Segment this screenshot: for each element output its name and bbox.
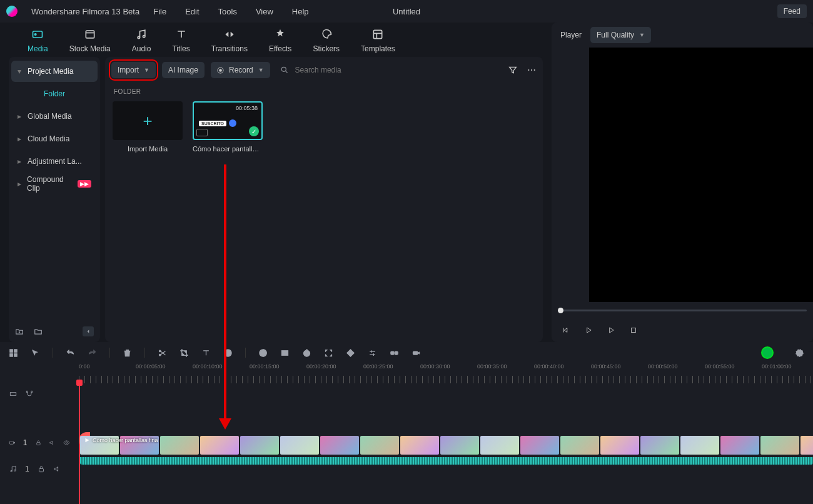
ai-image-button[interactable]: AI Image xyxy=(162,62,205,78)
delete-icon[interactable] xyxy=(123,348,132,358)
tab-stock-label: Stock Media xyxy=(69,44,111,53)
crop-icon[interactable] xyxy=(179,348,189,358)
svg-rect-15 xyxy=(10,353,13,356)
svg-point-7 xyxy=(219,69,222,72)
sidebar-item-global-media[interactable]: ▸ Global Media xyxy=(11,106,98,127)
search-input[interactable] xyxy=(294,65,502,75)
seek-knob[interactable] xyxy=(558,308,563,313)
sidebar-item-label: Adjustment La... xyxy=(28,157,82,166)
folder-icon[interactable] xyxy=(34,327,43,336)
sidebar-item-adjustment-layer[interactable]: ▸ Adjustment La... xyxy=(11,151,98,172)
user-avatar[interactable] xyxy=(761,346,774,359)
lock-icon[interactable] xyxy=(35,438,42,447)
sidebar-item-label: Global Media xyxy=(28,112,72,121)
menu-help[interactable]: Help xyxy=(292,7,309,16)
timeline-ruler[interactable]: 0:0000:00:05:0000:00:10:0000:00:15:0000:… xyxy=(79,363,813,383)
grid-snap-icon[interactable] xyxy=(9,348,18,358)
svg-point-31 xyxy=(11,470,12,471)
undo-icon[interactable] xyxy=(66,348,75,358)
menu-file[interactable]: File xyxy=(153,7,166,16)
filter-icon[interactable] xyxy=(508,65,518,75)
video-track-header[interactable]: 1 xyxy=(0,430,79,456)
chevron-down-icon: ▼ xyxy=(144,67,149,73)
stickers-icon xyxy=(320,28,333,41)
sidebar-item-label: Compound Clip xyxy=(27,175,73,193)
next-frame-icon[interactable] xyxy=(607,326,615,335)
tag-icon[interactable] xyxy=(346,348,355,358)
text-icon[interactable] xyxy=(201,348,211,358)
module-tabs: Media Stock Media Audio Titles Transitio… xyxy=(9,23,543,57)
sidebar-item-cloud-media[interactable]: ▸ Cloud Media xyxy=(11,128,98,149)
sidebar-project-media[interactable]: ▾ Project Media xyxy=(11,61,98,82)
svg-rect-5 xyxy=(374,30,382,38)
quality-dropdown[interactable]: Full Quality ▼ xyxy=(590,27,651,43)
svg-rect-29 xyxy=(36,443,39,445)
tab-media[interactable]: Media xyxy=(28,28,48,53)
mute-icon[interactable] xyxy=(49,438,56,447)
player-viewport[interactable] xyxy=(589,48,813,302)
timeline-tracks[interactable]: Cómo hacer pantallas fina xyxy=(79,383,813,504)
play-icon[interactable] xyxy=(584,326,593,335)
tab-stickers[interactable]: Stickers xyxy=(313,28,340,53)
selection-icon[interactable] xyxy=(31,348,40,358)
timer-icon[interactable] xyxy=(302,348,311,358)
tab-transitions[interactable]: Transitions xyxy=(211,28,248,53)
import-dropdown[interactable]: Import ▼ xyxy=(111,62,156,78)
tab-transitions-label: Transitions xyxy=(211,44,248,53)
settings-icon[interactable] xyxy=(368,348,377,358)
menu-tools[interactable]: Tools xyxy=(218,7,237,16)
svg-point-18 xyxy=(159,354,161,356)
svg-point-4 xyxy=(143,36,145,38)
sidebar-folder[interactable]: Folder xyxy=(11,83,98,104)
stock-media-icon xyxy=(84,28,96,41)
new-folder-icon[interactable] xyxy=(15,327,24,336)
record-dropdown[interactable]: Record ▼ xyxy=(211,62,270,78)
tab-audio[interactable]: Audio xyxy=(132,28,151,53)
mute-icon[interactable] xyxy=(53,465,62,473)
visibility-icon[interactable] xyxy=(63,438,70,447)
svg-point-3 xyxy=(138,36,139,38)
tab-templates[interactable]: Templates xyxy=(361,28,395,53)
clip-tag: SUSCRITO xyxy=(199,121,226,126)
svg-rect-24 xyxy=(395,351,398,355)
import-media-tile[interactable]: + Import Media xyxy=(113,101,183,153)
chevron-down-icon: ▾ xyxy=(18,67,23,76)
menu-view[interactable]: View xyxy=(256,7,273,16)
collapse-sidebar-button[interactable] xyxy=(83,326,94,336)
record-voice-icon[interactable] xyxy=(412,348,421,358)
player-seekbar[interactable] xyxy=(558,310,807,311)
tab-effects[interactable]: Effects xyxy=(269,28,291,53)
adjust-icon[interactable] xyxy=(280,348,290,358)
sidebar-item-compound-clip[interactable]: ▸ Compound Clip ▶▶ xyxy=(11,173,98,194)
lock-icon[interactable] xyxy=(37,465,46,473)
menu-edit[interactable]: Edit xyxy=(185,7,199,16)
render-icon[interactable] xyxy=(795,348,804,358)
more-icon[interactable] xyxy=(527,65,537,75)
templates-icon xyxy=(371,28,384,41)
svg-rect-12 xyxy=(632,328,636,333)
feedback-button[interactable]: Feed xyxy=(777,4,807,18)
link-icon[interactable] xyxy=(390,348,399,358)
player-seekbar-row xyxy=(552,302,813,318)
chevron-down-icon: ▼ xyxy=(639,32,645,38)
tab-titles[interactable]: Titles xyxy=(172,28,189,53)
prev-frame-icon[interactable] xyxy=(562,326,570,335)
split-icon[interactable] xyxy=(158,348,167,358)
magnet-icon[interactable] xyxy=(25,390,34,398)
tab-stock-media[interactable]: Stock Media xyxy=(69,28,111,53)
video-track-icon xyxy=(9,438,16,447)
audio-track-header[interactable]: 1 xyxy=(0,456,79,482)
audio-waveform[interactable] xyxy=(80,457,813,465)
transitions-icon xyxy=(223,28,236,41)
chevron-right-icon: ▸ xyxy=(18,134,23,143)
speed-icon[interactable] xyxy=(223,348,233,358)
search-field[interactable] xyxy=(276,65,502,75)
stop-icon[interactable] xyxy=(629,326,638,335)
color-icon[interactable] xyxy=(258,348,268,358)
like-icon xyxy=(229,119,236,127)
record-label: Record xyxy=(229,66,253,74)
media-clip-thumb[interactable]: 00:05:38 SUSCRITO ✓ Cómo hacer pantallas… xyxy=(193,101,263,153)
expand-icon[interactable] xyxy=(324,348,333,358)
redo-icon[interactable] xyxy=(88,348,97,358)
track-header-edit[interactable] xyxy=(0,381,79,407)
